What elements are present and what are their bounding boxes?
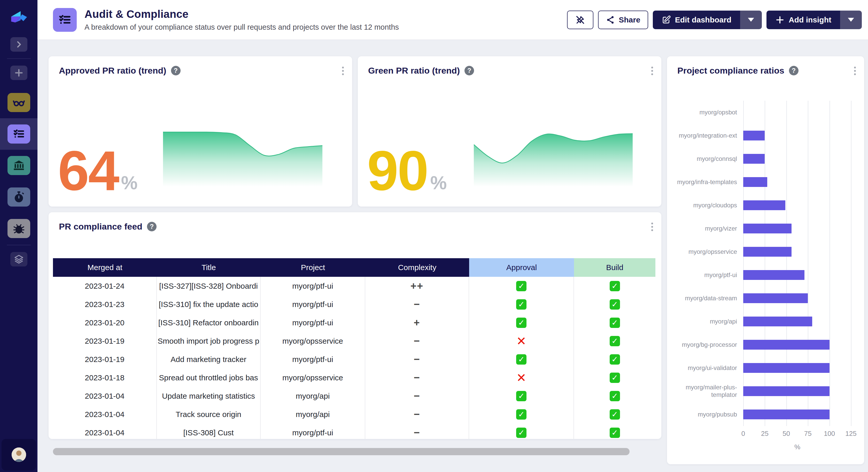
cell-complexity: ++	[365, 277, 469, 295]
pr-compliance-feed-card: PR compliance feed ? Merged atTitleProje…	[49, 212, 661, 439]
cell-approval: ✓	[469, 313, 574, 332]
bar-category-label: myorg/connsql	[670, 155, 743, 163]
card-menu-kebab-icon[interactable]	[852, 65, 858, 77]
bar-category-label: myorg/api	[670, 318, 743, 325]
sidebar-item-audit-compliance[interactable]	[0, 118, 37, 150]
cell-project: myorg/opsservice	[261, 369, 365, 387]
status-pass-icon: ✓	[610, 354, 620, 365]
status-pass-icon: ✓	[516, 428, 526, 438]
sidebar-item-bugs[interactable]	[0, 213, 37, 244]
cell-complexity: −	[365, 295, 469, 313]
cell-complexity: −	[365, 405, 469, 423]
status-pass-icon: ✓	[610, 318, 620, 328]
dashboard-board: Approved PR ratio (trend) ? 64 % Green P…	[37, 40, 868, 472]
green-pr-sparkline	[474, 128, 633, 187]
status-pass-icon: ✓	[516, 354, 526, 365]
bar-row: myorg/ptf-ui	[667, 263, 864, 287]
status-fail-icon: ✕	[517, 372, 526, 384]
x-tick-label: 50	[782, 430, 790, 438]
status-pass-icon: ✓	[516, 299, 526, 310]
page-subtitle: A breakdown of your compliance status ov…	[85, 23, 399, 32]
card-menu-kebab-icon[interactable]	[650, 221, 655, 233]
edit-dashboard-label: Edit dashboard	[675, 15, 731, 24]
status-pass-icon: ✓	[610, 299, 620, 310]
bar-row: myorg/infra-templates	[667, 170, 864, 194]
app-logo[interactable]	[7, 7, 30, 30]
share-button-label: Share	[619, 15, 640, 24]
bar-row: myorg/data-stream	[667, 287, 864, 310]
status-pass-icon: ✓	[516, 409, 526, 419]
status-pass-icon: ✓	[516, 318, 526, 328]
table-row: 2023-01-19Add marketing trackermyorg/ptf…	[53, 350, 655, 369]
table-row: 2023-01-20[ISS-310] Refactor onboardinmy…	[53, 313, 655, 332]
cell-project: myorg/ptf-ui	[261, 313, 365, 332]
cell-title: Track source origin	[157, 405, 261, 423]
bar-row: myorg/opsservice	[667, 240, 864, 263]
bar	[743, 200, 785, 210]
cell-complexity: +	[365, 313, 469, 332]
user-avatar[interactable]	[11, 447, 26, 462]
help-icon[interactable]: ?	[171, 66, 181, 75]
bank-icon	[12, 159, 26, 172]
sidebar-item-integrations[interactable]	[10, 252, 27, 266]
status-pass-icon: ✓	[610, 373, 620, 383]
cell-project: myorg/ptf-ui	[261, 295, 365, 313]
cell-project: myorg/ptf-ui	[261, 350, 365, 369]
edit-dashboard-button[interactable]: Edit dashboard	[653, 10, 740, 29]
share-button[interactable]: Share	[598, 10, 648, 29]
status-pass-icon: ✓	[610, 409, 620, 419]
add-insight-dropdown[interactable]	[840, 10, 862, 29]
stopwatch-icon	[12, 190, 26, 204]
cell-complexity: −	[365, 350, 469, 369]
status-pass-icon: ✓	[516, 391, 526, 401]
unpin-button[interactable]	[567, 10, 593, 29]
cell-title: [ISS-310] fix the update actio	[157, 295, 261, 313]
table-row: 2023-01-24[ISS-327][ISS-328] Onboardimyo…	[53, 277, 655, 295]
edit-dashboard-split-button: Edit dashboard	[653, 10, 762, 29]
approved-pr-metric: 64 %	[58, 148, 138, 193]
column-header-approval: Approval	[469, 258, 574, 277]
cell-approval: ✕	[469, 332, 574, 350]
cell-merged-at: 2023-01-24	[53, 277, 157, 295]
status-pass-icon: ✓	[610, 281, 620, 291]
sidebar-item-governance[interactable]	[0, 150, 37, 181]
card-menu-kebab-icon[interactable]	[650, 65, 655, 77]
approved-pr-value: 64	[58, 148, 118, 193]
cell-project: myorg/api	[261, 405, 365, 423]
edit-dashboard-dropdown[interactable]	[740, 10, 762, 29]
cell-build: ✓	[574, 277, 655, 295]
plus-icon	[14, 68, 24, 77]
bar-category-label: myorg/opsbot	[670, 109, 743, 116]
add-insight-button[interactable]: Add insight	[767, 10, 840, 29]
add-dashboard-button[interactable]	[10, 66, 27, 80]
cell-title: [ISS-327][ISS-328] Onboardi	[157, 277, 261, 295]
hbar-ticks: 0255075100125	[743, 430, 851, 440]
bar	[743, 177, 767, 187]
bar-row: myorg/connsql	[667, 147, 864, 170]
cell-merged-at: 2023-01-19	[53, 350, 157, 369]
sidebar-item-cycle-time[interactable]	[0, 181, 37, 213]
sidebar-expand-button[interactable]	[10, 37, 27, 52]
sidebar-item-review[interactable]	[0, 87, 37, 118]
help-icon[interactable]: ?	[147, 222, 157, 231]
cell-approval: ✕	[469, 369, 574, 387]
hbar-rows: myorg/opsbotmyorg/integration-extmyorg/c…	[667, 101, 864, 426]
status-pass-icon: ✓	[610, 391, 620, 401]
cell-complexity: −	[365, 423, 469, 439]
cell-title: Spread out throttled jobs bas	[157, 369, 261, 387]
card-title: Project compliance ratios	[677, 66, 784, 76]
bar-category-label: myorg/infra-templates	[670, 179, 743, 186]
horizontal-scrollbar-thumb[interactable]	[53, 448, 629, 455]
table-row: 2023-01-04Track source originmyorg/api−✓…	[53, 405, 655, 423]
help-icon[interactable]: ?	[789, 66, 799, 75]
help-icon[interactable]: ?	[464, 66, 474, 75]
cell-build: ✓	[574, 332, 655, 350]
cell-approval: ✓	[469, 295, 574, 313]
bar-category-label: myorg/integration-ext	[670, 132, 743, 139]
cell-merged-at: 2023-01-18	[53, 369, 157, 387]
card-menu-kebab-icon[interactable]	[340, 65, 345, 77]
feed-table: Merged atTitleProjectComplexityApprovalB…	[53, 258, 655, 439]
table-row: 2023-01-19Smooth import job progress pmy…	[53, 332, 655, 350]
cell-title: Smooth import job progress p	[157, 332, 261, 350]
card-title: Green PR ratio (trend)	[368, 66, 460, 76]
